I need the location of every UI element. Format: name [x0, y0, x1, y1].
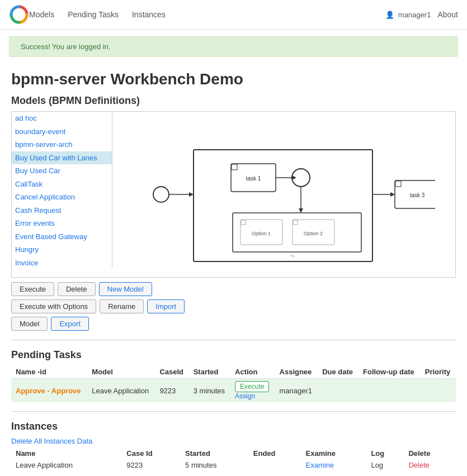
inst-col-started: Started: [181, 448, 249, 459]
model-list-item[interactable]: CallTask: [12, 178, 112, 191]
task-model: Leave Application: [87, 379, 155, 403]
col-caseid: CaseId: [155, 365, 188, 379]
instances-header-row: Name Case Id Started Ended Examine Log D…: [11, 448, 456, 459]
app-logo: [9, 4, 29, 25]
col-priority: Priority: [421, 365, 456, 379]
divider-1: [11, 340, 456, 340]
username-label: manager1: [398, 11, 431, 19]
task-due-date: [318, 379, 358, 403]
col-name: Name -id: [11, 365, 87, 379]
delete-button[interactable]: Delete: [58, 282, 96, 296]
nav-instances[interactable]: Instances: [132, 8, 166, 21]
inst-col-log: Log: [366, 448, 404, 459]
task-action: ExecuteAssign: [230, 379, 275, 403]
model-list-item[interactable]: Error events: [12, 217, 112, 230]
instance-delete-link[interactable]: Delete: [408, 461, 430, 469]
model-button[interactable]: Model: [11, 317, 48, 331]
instances-title: Instances: [11, 421, 456, 432]
instance-caseid: 9223: [122, 459, 181, 471]
model-list-item[interactable]: Buy Used Car: [12, 164, 112, 178]
model-buttons-row2: Execute with Options Rename Import: [11, 299, 456, 313]
inst-col-delete: Delete: [404, 448, 456, 459]
instances-section: Instances Delete All Instances Data Name…: [11, 421, 456, 471]
svg-text:Option 2: Option 2: [303, 231, 322, 236]
model-list-item[interactable]: Buy Used Car with Lanes: [12, 151, 112, 165]
svg-marker-3: [189, 192, 194, 197]
nav-user: 👤 manager1: [385, 11, 431, 19]
pending-tasks-title: Pending Tasks: [11, 349, 456, 361]
col-assignee: Assignee: [275, 365, 318, 379]
execute-button[interactable]: Execute: [11, 282, 54, 296]
models-section-title: Models (BPMN Definitions): [11, 95, 456, 107]
task-execute-button[interactable]: Execute: [235, 381, 269, 392]
instance-ended: [249, 459, 301, 471]
model-list-item[interactable]: Invoice: [12, 256, 112, 269]
export-button[interactable]: Export: [51, 317, 89, 331]
instance-log: Log: [366, 459, 404, 471]
tasks-table: Name -id Model CaseId Started Action Ass…: [11, 365, 456, 402]
model-list-item[interactable]: Event Based Gateway: [12, 230, 112, 244]
task-priority: [421, 379, 456, 403]
model-list-item[interactable]: Cancel Application: [12, 191, 112, 204]
instance-started: 5 minutes: [181, 459, 249, 471]
model-buttons-row1: Execute Delete New Model: [11, 282, 456, 296]
model-buttons-row3: Model Export: [11, 317, 456, 331]
svg-text:task 1: task 1: [246, 175, 261, 182]
nav-models[interactable]: Models: [29, 8, 54, 21]
inst-col-caseid: Case Id: [122, 448, 181, 459]
task-row: Approve - ApproveLeave Application92233 …: [11, 379, 456, 403]
model-list-item[interactable]: boundary-event: [12, 125, 112, 139]
instance-examine-link[interactable]: Examine: [306, 461, 334, 469]
model-list-item[interactable]: Cash Request: [12, 204, 112, 217]
inst-col-ended: Ended: [249, 448, 301, 459]
svg-text:task 3: task 3: [409, 192, 424, 198]
nav-right: 👤 manager1 About: [385, 10, 458, 19]
tasks-header-row: Name -id Model CaseId Started Action Ass…: [11, 365, 456, 379]
instance-row: Leave Application92235 minutesExamineLog…: [11, 459, 456, 471]
svg-marker-22: [390, 192, 395, 197]
model-list-item[interactable]: ad hoc: [12, 112, 112, 125]
model-diagram: task 1 Option 1 Option 2 ~: [112, 112, 455, 277]
new-model-button[interactable]: New Model: [99, 282, 152, 296]
model-list[interactable]: ad hocboundary-eventbpmn-server-archBuy …: [12, 112, 112, 268]
nav-about[interactable]: About: [437, 10, 458, 19]
success-banner: Success! You are logged in.: [9, 36, 458, 57]
success-message: Success! You are logged in.: [21, 42, 110, 51]
bpmn-diagram-svg: task 1 Option 1 Option 2 ~: [133, 116, 435, 273]
models-container: ad hocboundary-eventbpmn-server-archBuy …: [11, 111, 456, 278]
instance-name: Leave Application: [11, 459, 122, 471]
col-model: Model: [87, 365, 155, 379]
col-followup: Follow-up date: [358, 365, 421, 379]
col-due-date: Due date: [318, 365, 358, 379]
task-assign-link[interactable]: Assign: [235, 392, 271, 400]
page-title: bpmn-server Workbench Demo: [11, 70, 456, 88]
col-action: Action: [230, 365, 275, 379]
inst-col-examine: Examine: [301, 448, 367, 459]
task-followup-date: [358, 379, 421, 403]
page-content: bpmn-server Workbench Demo Models (BPMN …: [0, 64, 467, 476]
model-list-item[interactable]: bpmn-server-arch: [12, 138, 112, 151]
instances-table: Name Case Id Started Ended Examine Log D…: [11, 448, 456, 471]
svg-point-1: [153, 187, 169, 202]
task-started: 3 minutes: [189, 379, 230, 403]
nav-pending-tasks[interactable]: Pending Tasks: [68, 8, 119, 21]
task-caseid: 9223: [155, 379, 188, 403]
svg-text:~: ~: [290, 251, 294, 260]
rename-button[interactable]: Rename: [100, 299, 144, 313]
task-assignee: manager1: [275, 379, 318, 403]
pending-tasks-section: Pending Tasks Name -id Model CaseId Star…: [11, 349, 456, 402]
svg-text:Option 1: Option 1: [251, 231, 270, 236]
model-list-item[interactable]: Hungry: [12, 243, 112, 256]
divider-2: [11, 411, 456, 412]
inst-col-name: Name: [11, 448, 122, 459]
delete-all-instances-link[interactable]: Delete All Instances Data: [11, 437, 92, 445]
navbar: Models Pending Tasks Instances 👤 manager…: [0, 0, 467, 30]
task-name: Approve - Approve: [11, 379, 87, 403]
nav-links: Models Pending Tasks Instances: [29, 8, 166, 21]
import-button[interactable]: Import: [147, 299, 185, 313]
col-started: Started: [189, 365, 230, 379]
execute-with-options-button[interactable]: Execute with Options: [11, 299, 96, 313]
user-icon: 👤: [385, 11, 394, 19]
